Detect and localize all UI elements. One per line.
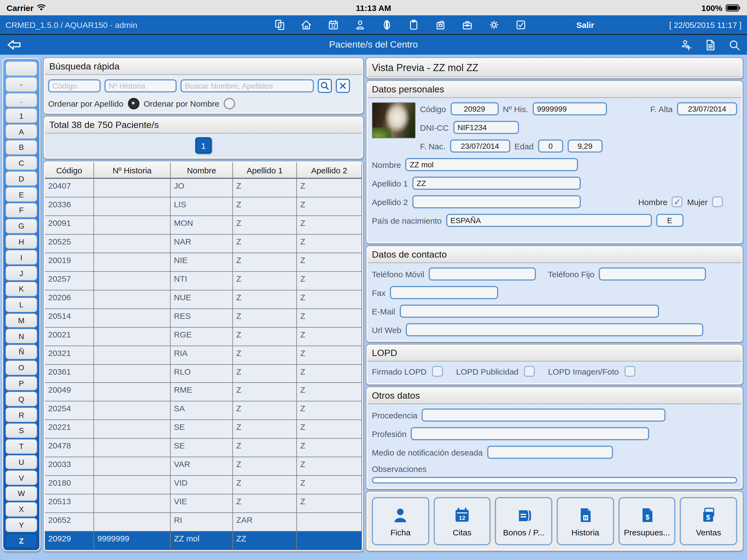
fax-input[interactable] [390, 286, 498, 299]
table-row[interactable]: 20021RGEZZ [45, 327, 362, 346]
falta-value-input[interactable] [677, 102, 737, 116]
table-row[interactable]: 20525NARZZ [45, 235, 362, 253]
letter-button-A[interactable]: A [5, 124, 37, 139]
letter-button-O[interactable]: O [5, 360, 37, 375]
letter-button-W[interactable]: W [5, 486, 37, 501]
mirror-pages-icon[interactable] [381, 19, 393, 31]
letter-button-K[interactable]: K [5, 282, 37, 297]
calendar-icon[interactable]: 12 [327, 19, 339, 31]
letter-button-1[interactable]: 1 [5, 108, 37, 123]
buscar-nombre-input[interactable] [180, 79, 314, 93]
letter-button-H[interactable]: H [5, 234, 37, 249]
pais-code-input[interactable] [656, 214, 683, 227]
table-row[interactable]: 20407JOZZ [45, 179, 362, 198]
ventas-button[interactable]: $Ventas [680, 497, 737, 545]
apellido1-value-input[interactable] [412, 177, 581, 190]
table-row[interactable]: 20033VARZZ [45, 457, 362, 476]
dni-value-input[interactable] [453, 121, 519, 134]
letter-button-F[interactable]: F [5, 203, 37, 218]
table-row[interactable]: 20180VIDZZ [45, 476, 362, 495]
search-icon[interactable] [728, 39, 741, 51]
codigo-value-input[interactable] [450, 102, 498, 116]
table-row[interactable]: 20091MONZZ [45, 216, 362, 235]
lopd-checkbox[interactable] [432, 366, 443, 377]
email-input[interactable] [400, 305, 659, 318]
checkbox-icon[interactable] [515, 19, 526, 31]
table-row[interactable]: 20361RLOZZ [45, 364, 362, 383]
gear-icon[interactable] [488, 19, 500, 31]
table-row[interactable]: 20513VIEZZ [45, 494, 362, 513]
observaciones-input[interactable] [372, 477, 737, 483]
codigo-input[interactable] [48, 79, 101, 93]
table-row[interactable]: 20019NIEZZ [45, 253, 362, 272]
letter-button-Ñ[interactable]: Ñ [5, 345, 37, 359]
lopd-checkbox[interactable] [524, 366, 535, 377]
letter-button-D[interactable]: D [5, 172, 37, 186]
letter-button-G[interactable]: G [5, 219, 37, 233]
pais-value-input[interactable] [446, 214, 651, 227]
table-row[interactable]: 20514RESZZ [45, 309, 362, 327]
table-row[interactable]: 20478SEZZ [45, 439, 362, 457]
urlweb-input[interactable] [406, 323, 703, 336]
letter-button-Z[interactable]: Z [5, 533, 37, 548]
lopd-checkbox[interactable] [624, 366, 635, 377]
movil-input[interactable] [429, 268, 536, 281]
letter-button-M[interactable]: M [5, 313, 37, 328]
letter-button-R[interactable]: R [5, 407, 37, 422]
table-row[interactable]: 20257NTIZZ [45, 272, 362, 290]
letter-button-E[interactable]: E [5, 187, 37, 202]
add-patient-icon[interactable] [680, 39, 692, 51]
letter-button-blank[interactable] [5, 61, 37, 76]
table-row[interactable]: 20336LISZZ [45, 198, 362, 216]
pages-icon[interactable] [274, 19, 285, 31]
ficha-button[interactable]: Ficha [372, 497, 429, 545]
salir-button[interactable]: Salir [576, 20, 594, 29]
order-nombre-radio[interactable] [224, 98, 235, 109]
briefcase-icon[interactable] [461, 19, 473, 31]
presupues-button[interactable]: $Presupues... [618, 497, 675, 545]
nhis-value-input[interactable] [533, 102, 607, 116]
table-row[interactable]: 20049RMEZZ [45, 383, 362, 402]
apellido2-value-input[interactable] [412, 195, 581, 208]
archive-icon[interactable] [434, 19, 446, 31]
letter-button-S[interactable]: S [5, 423, 37, 438]
letter-button-L[interactable]: L [5, 297, 37, 312]
letter-button-B[interactable]: B [5, 140, 37, 155]
nombre-value-input[interactable] [406, 158, 578, 171]
letter-button-N[interactable]: N [5, 329, 37, 344]
table-row[interactable]: 20321RIAZZ [45, 346, 362, 364]
letter-button-T[interactable]: T [5, 439, 37, 454]
medio-notificacion-input[interactable] [487, 446, 613, 459]
fijo-input[interactable] [599, 268, 706, 281]
patient-photo[interactable] [372, 102, 416, 138]
clear-search-button[interactable] [336, 79, 350, 93]
letter-button-X[interactable]: X [5, 502, 37, 517]
search-button[interactable] [318, 79, 332, 93]
home-icon[interactable] [300, 19, 312, 31]
edad-value-input[interactable] [538, 139, 563, 153]
letter-button-J[interactable]: J [5, 266, 37, 281]
edad-decimal-input[interactable] [567, 139, 602, 153]
person-icon[interactable] [354, 19, 366, 31]
hombre-checkbox[interactable]: ✓ [672, 196, 683, 207]
procedencia-input[interactable] [422, 408, 666, 422]
letter-button-.[interactable]: . [5, 93, 37, 107]
fnac-value-input[interactable] [450, 139, 510, 153]
bonos-p-button[interactable]: Bonos / P... [495, 497, 552, 545]
table-row[interactable]: 209299999999ZZ molZZ [45, 532, 362, 550]
table-row[interactable]: 20254SAZZ [45, 402, 362, 420]
document-icon[interactable] [704, 39, 716, 51]
table-row[interactable]: 20206NUEZZ [45, 290, 362, 309]
table-row[interactable]: 20221SEZZ [45, 420, 362, 439]
letter-button-C[interactable]: C [5, 156, 37, 170]
letter-button-I[interactable]: I [5, 250, 37, 265]
historia-input[interactable] [104, 79, 177, 93]
letter-button-U[interactable]: U [5, 455, 37, 469]
historia-button[interactable]: HHistoria [557, 497, 614, 545]
letter-button-Y[interactable]: Y [5, 518, 37, 532]
table-row[interactable]: 20652RIZAR [45, 513, 362, 532]
letter-button-P[interactable]: P [5, 376, 37, 391]
clipboard-icon[interactable] [407, 19, 419, 31]
profesion-input[interactable] [411, 427, 649, 440]
back-button[interactable] [6, 38, 22, 51]
